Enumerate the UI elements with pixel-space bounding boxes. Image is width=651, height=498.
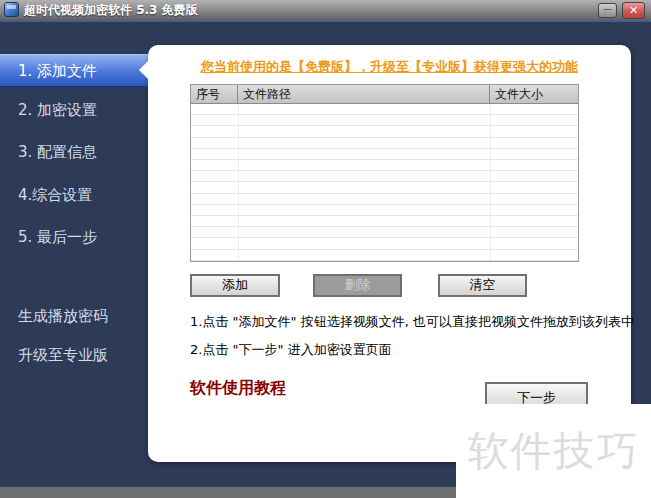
main-content-panel: 您当前使用的是【免费版】，升级至【专业版】获得更强大的功能 序号 文件路径 文件… xyxy=(148,45,631,462)
instruction-line-2: 2.点击 "下一步" 进入加密设置页面 xyxy=(190,341,392,359)
file-table-body-droparea[interactable] xyxy=(191,104,578,261)
instruction-line-1: 1.点击 "添加文件" 按钮选择视频文件, 也可以直接把视频文件拖放到该列表中 xyxy=(190,313,634,331)
column-header-file-size: 文件大小 xyxy=(490,85,578,103)
add-button[interactable]: 添加 xyxy=(190,274,280,297)
delete-button-disabled: 删除 xyxy=(313,274,402,297)
sidebar-item-last-step[interactable]: 5. 最后一步 xyxy=(18,228,97,246)
sidebar-item-add-files[interactable]: 1. 添加文件 xyxy=(0,54,148,87)
watermark-overlay: 软件技巧 xyxy=(456,404,651,498)
column-header-file-path: 文件路径 xyxy=(238,85,490,103)
minimize-button[interactable]: — xyxy=(598,3,617,18)
sidebar-link-upgrade-pro[interactable]: 升级至专业版 xyxy=(18,346,108,364)
tutorial-link[interactable]: 软件使用教程 xyxy=(190,378,286,399)
active-item-arrow-icon xyxy=(139,60,149,80)
app-window: 超时代视频加密软件 5.3 免费版 — ✕ 1. 添加文件 2. 加密设置 3.… xyxy=(0,0,651,498)
upgrade-notice-link[interactable]: 您当前使用的是【免费版】，升级至【专业版】获得更强大的功能 xyxy=(148,58,631,76)
column-header-index: 序号 xyxy=(191,85,238,103)
sidebar-item-general-settings[interactable]: 4.综合设置 xyxy=(18,186,92,204)
title-bar: 超时代视频加密软件 5.3 免费版 — ✕ xyxy=(0,0,651,20)
sidebar-item-config-info[interactable]: 3. 配置信息 xyxy=(18,143,97,161)
watermark-text: 软件技巧 xyxy=(468,424,640,479)
file-table-header: 序号 文件路径 文件大小 xyxy=(191,85,578,104)
clear-button[interactable]: 清空 xyxy=(438,274,527,297)
window-title: 超时代视频加密软件 5.3 免费版 xyxy=(24,0,198,20)
close-button[interactable]: ✕ xyxy=(622,2,645,19)
column-divider xyxy=(238,104,239,261)
column-divider xyxy=(490,104,491,261)
frame-highlight-line xyxy=(0,20,651,22)
sidebar-item-encrypt-settings[interactable]: 2. 加密设置 xyxy=(18,101,97,119)
file-list-table: 序号 文件路径 文件大小 xyxy=(190,84,579,262)
app-icon xyxy=(4,2,19,17)
sidebar-link-generate-password[interactable]: 生成播放密码 xyxy=(18,307,108,325)
